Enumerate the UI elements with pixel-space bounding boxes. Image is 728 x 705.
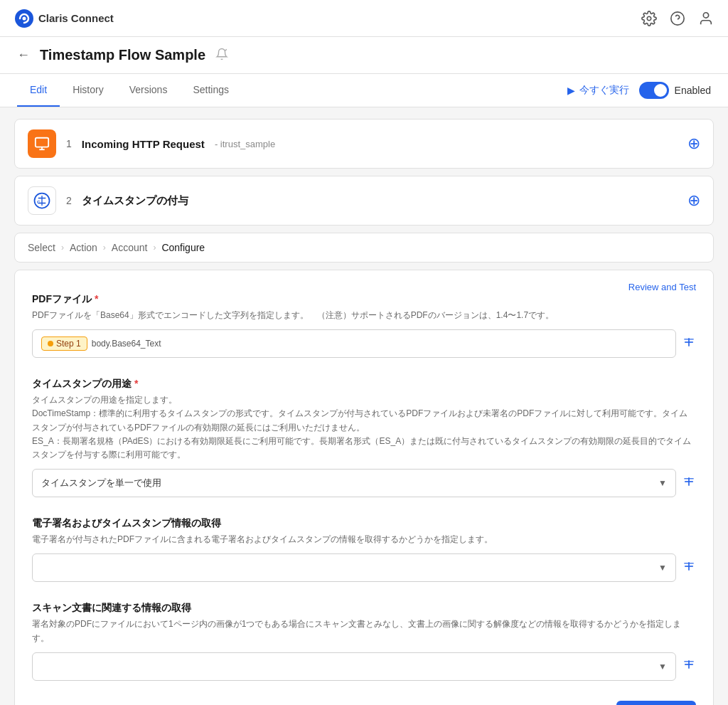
scan-doc-add-button[interactable] (682, 657, 696, 675)
token-step-label: Step 1 (56, 339, 81, 349)
breadcrumb-sep-2: › (103, 243, 106, 253)
enabled-toggle[interactable] (639, 82, 669, 99)
breadcrumb-sep-1: › (61, 243, 64, 253)
signature-info-select[interactable]: ▼ (32, 553, 676, 582)
signature-info-input-row: ▼ (32, 553, 696, 582)
timestamp-use-add-button[interactable] (682, 475, 696, 492)
enabled-toggle-wrap: Enabled (639, 82, 711, 99)
breadcrumb: Select › Action › Account › Configure (14, 233, 714, 263)
pdf-file-input-row: Step 1 body.Base64_Text (32, 329, 696, 358)
timestamp-use-input-row: タイムスタンプを単一で使用 ▼ (32, 469, 696, 497)
config-card: Review and Test PDFファイル * PDFファイルを「Base6… (14, 270, 714, 705)
chevron-down-icon: ▼ (658, 478, 667, 488)
token-value: body.Base64_Text (92, 339, 161, 349)
timestamp-use-field: タイムスタンプの用途 * タイムスタンプの用途を指定します。 DocTimeSt… (32, 378, 696, 497)
signature-info-desc: 電子署名が付与されたPDFファイルに含まれる電子署名およびタイムスタンプの情報を… (32, 533, 696, 546)
step-card-2: C 2 タイムスタンプの付与 ⊕ (14, 176, 714, 226)
pdf-file-add-button[interactable] (682, 335, 696, 353)
main-content: 1 Incoming HTTP Request - itrust_sample … (0, 107, 728, 705)
scan-doc-field: スキャン文書に関連する情報の取得 署名対象のPDFにファイルにおいて1ページ内の… (32, 602, 696, 680)
top-bar-left: Claris Connect (14, 9, 114, 28)
chevron-down-icon-2: ▼ (658, 563, 667, 573)
scan-doc-label: スキャン文書に関連する情報の取得 (32, 602, 696, 615)
step-2-icon-wrap: C (28, 186, 56, 215)
chevron-down-icon-3: ▼ (658, 662, 667, 672)
tab-versions[interactable]: Versions (117, 74, 181, 107)
svg-point-5 (703, 12, 708, 17)
token-dot (48, 341, 53, 346)
settings-icon[interactable] (641, 11, 657, 26)
svg-text:C: C (37, 199, 41, 204)
run-label: 今すぐ実行 (579, 84, 629, 97)
tab-actions: ▶ 今すぐ実行 Enabled (567, 82, 711, 99)
step-1-icon-wrap (28, 129, 56, 158)
step-2-left: C 2 タイムスタンプの付与 (28, 186, 188, 215)
breadcrumb-action[interactable]: Action (70, 242, 97, 253)
page-header: ← Timestamp Flow Sample (0, 37, 728, 74)
breadcrumb-configure[interactable]: Configure (161, 242, 205, 253)
page-title: Timestamp Flow Sample (40, 47, 205, 63)
timestamp-use-label: タイムスタンプの用途 * (32, 378, 696, 391)
svg-line-6 (225, 49, 227, 51)
tabs: Edit History Versions Settings (17, 74, 242, 107)
step-1-left: 1 Incoming HTTP Request - itrust_sample (28, 129, 275, 158)
tab-history[interactable]: History (60, 74, 117, 107)
pdf-file-input[interactable]: Step 1 body.Base64_Text (32, 329, 676, 358)
save-row: Save (32, 701, 696, 705)
timestamp-use-select[interactable]: タイムスタンプを単一で使用 ▼ (32, 469, 676, 497)
scan-doc-select[interactable]: ▼ (32, 652, 676, 681)
top-bar: Claris Connect (0, 0, 728, 37)
app-logo: Claris Connect (14, 9, 114, 28)
timestamp-use-desc: タイムスタンプの用途を指定します。 DocTimeStamp：標準的に利用するタ… (32, 393, 696, 462)
user-icon[interactable] (698, 11, 714, 26)
review-test-link[interactable]: Review and Test (628, 282, 696, 292)
enabled-label: Enabled (675, 85, 711, 96)
http-request-icon (34, 136, 50, 152)
svg-point-1 (23, 16, 26, 20)
tab-edit[interactable]: Edit (17, 74, 60, 107)
svg-rect-7 (36, 138, 48, 147)
step1-token-tag: Step 1 (41, 336, 87, 351)
scan-doc-input-row: ▼ (32, 652, 696, 681)
run-button[interactable]: ▶ 今すぐ実行 (567, 84, 629, 97)
step-1-name: Incoming HTTP Request (82, 138, 205, 150)
back-button[interactable]: ← (17, 48, 30, 63)
pdf-file-desc: PDFファイルを「Base64」形式でエンコードした文字列を指定します。 （注意… (32, 309, 696, 322)
step-2-number: 2 (66, 195, 72, 206)
top-bar-right (641, 11, 714, 26)
svg-point-2 (647, 16, 651, 21)
pdf-file-field: PDFファイル * PDFファイルを「Base64」形式でエンコードした文字列を… (32, 293, 696, 358)
breadcrumb-sep-3: › (153, 243, 156, 253)
signature-info-add-button[interactable] (682, 559, 696, 577)
tabs-bar: Edit History Versions Settings ▶ 今すぐ実行 E… (0, 74, 728, 107)
save-button[interactable]: Save (616, 701, 696, 705)
breadcrumb-account[interactable]: Account (112, 242, 148, 253)
step-1-add-button[interactable]: ⊕ (687, 134, 700, 153)
scan-doc-desc: 署名対象のPDFにファイルにおいて1ページ内の画像が1つでもある場合にスキャン文… (32, 617, 696, 645)
svg-point-3 (671, 11, 684, 24)
signature-info-label: 電子署名およびタイムスタンプ情報の取得 (32, 517, 696, 530)
step-card-1: 1 Incoming HTTP Request - itrust_sample … (14, 119, 714, 169)
step-2-add-button[interactable]: ⊕ (687, 191, 700, 210)
help-icon[interactable] (670, 11, 685, 26)
timestamp-use-value: タイムスタンプを単一で使用 (41, 477, 161, 489)
step-2-name: タイムスタンプの付与 (82, 194, 188, 208)
cybertrust-icon: C (32, 191, 52, 211)
pdf-file-label: PDFファイル * (32, 293, 696, 306)
play-icon: ▶ (567, 85, 575, 96)
tab-settings[interactable]: Settings (180, 74, 242, 107)
breadcrumb-select[interactable]: Select (28, 242, 55, 253)
step-1-sub: - itrust_sample (215, 139, 275, 149)
step-1-number: 1 (66, 138, 72, 149)
app-name: Claris Connect (38, 12, 114, 24)
signature-info-field: 電子署名およびタイムスタンプ情報の取得 電子署名が付与されたPDFファイルに含ま… (32, 517, 696, 582)
notification-bell-icon[interactable] (215, 48, 228, 63)
